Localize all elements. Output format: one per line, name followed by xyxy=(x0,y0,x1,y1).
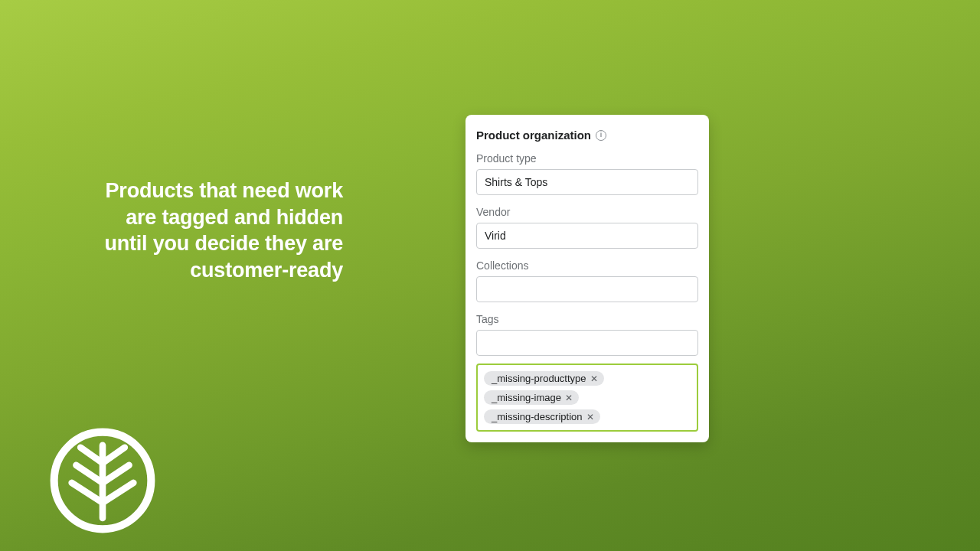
headline-text: Products that need work are tagged and h… xyxy=(0,178,352,283)
product-type-label: Product type xyxy=(476,152,698,165)
brand-logo xyxy=(47,425,158,536)
field-vendor: Vendor xyxy=(476,206,698,249)
tag-chip[interactable]: _missing-description ✕ xyxy=(484,409,600,424)
field-tags: Tags xyxy=(476,313,698,356)
collections-input[interactable] xyxy=(476,276,698,302)
info-icon[interactable]: i xyxy=(596,130,606,141)
tags-input[interactable] xyxy=(476,330,698,356)
product-organization-card: Product organization i Product type Vend… xyxy=(466,115,709,442)
close-icon[interactable]: ✕ xyxy=(565,393,573,403)
tags-label: Tags xyxy=(476,313,698,325)
field-product-type: Product type xyxy=(476,152,698,195)
svg-line-7 xyxy=(103,483,133,503)
applied-tags-highlight: _missing-producttype ✕ _missing-image ✕ … xyxy=(476,364,698,432)
vendor-input[interactable] xyxy=(476,223,698,249)
product-type-input[interactable] xyxy=(476,169,698,195)
field-collections: Collections xyxy=(476,259,698,302)
svg-line-5 xyxy=(103,465,129,483)
close-icon[interactable]: ✕ xyxy=(590,374,598,383)
svg-line-2 xyxy=(80,448,103,463)
tag-chip[interactable]: _missing-image ✕ xyxy=(484,390,579,405)
tag-chip-label: _missing-description xyxy=(492,412,583,422)
svg-line-6 xyxy=(72,483,103,503)
card-title: Product organization xyxy=(476,129,591,142)
tag-chip[interactable]: _missing-producttype ✕ xyxy=(484,371,604,386)
svg-line-3 xyxy=(103,448,125,463)
collections-label: Collections xyxy=(476,259,698,272)
close-icon[interactable]: ✕ xyxy=(586,412,594,422)
tag-chip-label: _missing-producttype xyxy=(492,373,586,383)
slide-stage: Products that need work are tagged and h… xyxy=(0,0,980,551)
svg-line-4 xyxy=(76,465,103,483)
card-header: Product organization i xyxy=(476,129,698,142)
tag-chip-label: _missing-image xyxy=(492,393,561,403)
vendor-label: Vendor xyxy=(476,206,698,218)
